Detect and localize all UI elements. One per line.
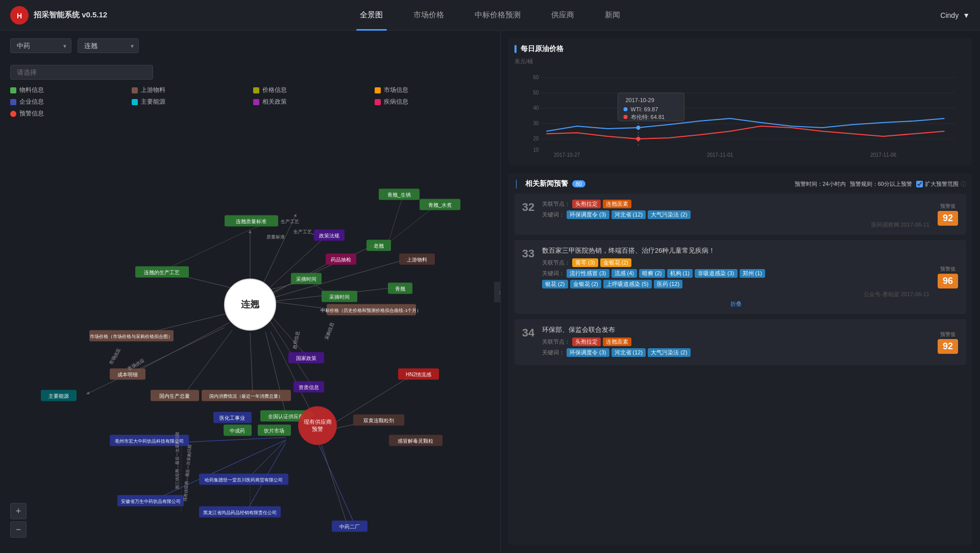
- tab-panorama[interactable]: 全景图: [345, 0, 398, 31]
- legend-item-upstream: 上游物料: [132, 86, 247, 94]
- kw-33-4[interactable]: 机构 (1): [667, 269, 693, 278]
- svg-text:50: 50: [533, 90, 539, 95]
- svg-line-25: [163, 230, 250, 271]
- svg-text:青翘_水煮: 青翘_水煮: [428, 202, 452, 208]
- keyword-label-32: 关键词：: [542, 211, 565, 219]
- svg-text:药品抽检: 药品抽检: [331, 257, 351, 262]
- svg-text:中药二厂: 中药二厂: [339, 524, 360, 530]
- category-select-wrapper[interactable]: 中药 西药: [10, 38, 71, 53]
- legend-label-upstream: 上游物料: [141, 86, 165, 94]
- news-section-title: 相关新闻预警: [525, 179, 568, 188]
- legend-label-market: 市场信息: [384, 86, 408, 94]
- svg-line-8: [250, 333, 253, 393]
- expand-checkbox-input[interactable]: [916, 181, 923, 187]
- svg-text:2017-11-06: 2017-11-06: [870, 152, 897, 158]
- svg-text:40: 40: [533, 105, 539, 111]
- svg-text:采摘时间: 采摘时间: [296, 276, 316, 282]
- news-meta-33: 公众号-赛柏蓝 2017-06-11: [542, 291, 929, 298]
- svg-text:市场供应: 市场供应: [108, 347, 122, 366]
- kw-tag-34-2[interactable]: 河北省 (12): [611, 348, 646, 357]
- user-area[interactable]: Cindy ▼: [940, 11, 970, 19]
- kw-33-1[interactable]: 流行性感冒 (3): [567, 269, 609, 278]
- kw-33-2[interactable]: 流感 (4): [611, 269, 638, 278]
- node-tag-33-1[interactable]: 黄芩 (3): [572, 258, 598, 267]
- tab-supplier[interactable]: 供应商: [536, 0, 590, 31]
- legend-color-upstream: [132, 87, 138, 93]
- news-date-32: 2017-06-11: [901, 222, 929, 228]
- svg-point-129: [624, 107, 628, 111]
- oil-chart-title: 每日原油价格: [514, 44, 966, 54]
- logo-text: 招采智能系统 v0.5.12: [34, 10, 107, 20]
- graph-area[interactable]: 连翘质量标准 连翘的生产工艺 质量标准 生产工艺 生产工艺_下 市场价格（市场价…: [0, 112, 500, 553]
- node-tag-34-2[interactable]: 连翘面素: [603, 338, 631, 346]
- svg-text:国内生产总量: 国内生产总量: [159, 393, 190, 399]
- svg-line-7: [184, 330, 232, 395]
- item-select[interactable]: 连翘: [78, 38, 139, 53]
- news-rank-32: 32: [521, 200, 536, 229]
- svg-point-135: [636, 137, 641, 141]
- collapse-link-33[interactable]: 折叠: [542, 300, 929, 308]
- tab-news[interactable]: 新闻: [590, 0, 635, 31]
- svg-text:黑龙江省尚品药品经销有限责任公司: 黑龙江省尚品药品经销有限责任公司: [203, 510, 277, 515]
- item-select-wrapper[interactable]: 连翘: [78, 38, 139, 53]
- kw-33-3[interactable]: 暗癣 (2): [639, 269, 665, 278]
- legend-label-energy: 主要能源: [141, 98, 165, 106]
- tab-bid-price[interactable]: 中标价格预测: [459, 0, 536, 31]
- info-icon: ⓘ: [961, 180, 966, 188]
- category-select[interactable]: 中药 西药: [10, 38, 71, 53]
- svg-text:中成药: 中成药: [230, 428, 245, 434]
- news-filter-row: 预警时间：24小时内 预警规则：60分以上预警 扩大预警范围 ⓘ: [795, 180, 967, 188]
- news-item-33: 33 数百家三甲医院热销，终端百搭、治疗26种儿童常见疾病！ 关联节点： 黄芩 …: [514, 240, 966, 314]
- kw-33-6[interactable]: 郑州 (1): [740, 269, 766, 278]
- node-label-34: 关联节点：: [542, 338, 570, 346]
- news-keywords-row-32: 关键词： 环保调度令 (3) 河北省 (12) 大气污染法 (2): [542, 210, 929, 219]
- svg-text:10: 10: [533, 147, 539, 153]
- svg-line-17: [273, 246, 373, 292]
- search-input[interactable]: [10, 65, 153, 80]
- svg-line-27: [388, 205, 436, 244]
- legend-color-material: [10, 87, 16, 93]
- knowledge-graph[interactable]: 连翘质量标准 连翘的生产工艺 质量标准 生产工艺 生产工艺_下 市场价格（市场价…: [0, 112, 500, 553]
- kw-tag-34-3[interactable]: 大气污染法 (2): [648, 348, 691, 357]
- svg-text:成本明细: 成本明细: [117, 372, 138, 377]
- legend-label-disease: 疾病信息: [384, 98, 408, 106]
- svg-point-134: [636, 126, 641, 130]
- node-tag-34-1[interactable]: 头孢拉定: [572, 338, 601, 346]
- legend-label-policy: 相关政策: [262, 98, 287, 106]
- svg-text:60: 60: [533, 75, 539, 80]
- svg-text:H: H: [17, 12, 22, 20]
- svg-text:政府信息: 政府信息: [292, 330, 300, 349]
- legend-color-policy: [253, 99, 259, 105]
- kw-33-5[interactable]: 非吸道感染 (3): [695, 269, 738, 278]
- svg-text:感冒解毒灵颗粒: 感冒解毒灵颗粒: [398, 438, 433, 444]
- zoom-out-button[interactable]: −: [10, 521, 27, 538]
- kw-tag-32-3[interactable]: 大气污染法 (2): [648, 210, 691, 219]
- svg-point-131: [624, 115, 628, 119]
- tab-market-price[interactable]: 市场价格: [398, 0, 459, 31]
- node-tag-33-2[interactable]: 金银花 (2): [600, 258, 632, 267]
- oil-unit-label: 美元/桶: [514, 58, 966, 65]
- kw-tag-32-1[interactable]: 环保调度令 (3): [567, 210, 609, 219]
- panel-collapse-arrow[interactable]: ›: [494, 282, 500, 302]
- expand-checkbox[interactable]: 扩大预警范围 ⓘ: [916, 180, 966, 188]
- keyword-label-33: 关键词：: [542, 270, 565, 277]
- node-tag-32-2[interactable]: 连翘面素: [603, 200, 631, 208]
- kw-tag-34-1[interactable]: 环保调度令 (3): [567, 348, 609, 357]
- logo-icon: H: [10, 6, 29, 25]
- svg-text:连翘的生产工艺: 连翘的生产工艺: [144, 270, 180, 275]
- svg-text:安徽省万生中药饮品有限公司: 安徽省万生中药饮品有限公司: [121, 499, 181, 504]
- svg-text:WTI: 69.87: WTI: 69.87: [631, 106, 658, 112]
- kw-33-10[interactable]: 医药 (12): [654, 280, 683, 288]
- legend-color-disease: [375, 99, 381, 105]
- kw-33-7[interactable]: 银花 (2): [542, 280, 568, 288]
- node-tag-32-1[interactable]: 头孢拉定: [572, 200, 601, 208]
- legend-color-price: [253, 87, 259, 93]
- svg-text:连翘质量标准: 连翘质量标准: [236, 219, 266, 224]
- svg-text:上游物料: 上游物料: [407, 257, 427, 262]
- zoom-in-button[interactable]: +: [10, 503, 27, 519]
- svg-text:双黄连颗粒剂: 双黄连颗粒剂: [363, 418, 394, 423]
- svg-line-11: [265, 332, 286, 415]
- kw-33-9[interactable]: 上呼吸道感染 (5): [603, 280, 652, 288]
- kw-tag-32-2[interactable]: 河北省 (12): [611, 210, 646, 219]
- kw-33-8[interactable]: 金银花 (2): [570, 280, 602, 288]
